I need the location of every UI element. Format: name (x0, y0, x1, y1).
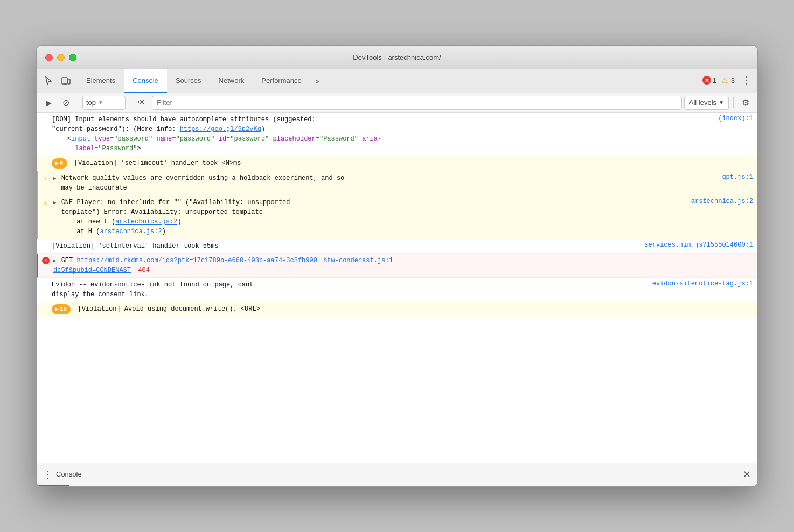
warn-triangle-icon: ⚠ (44, 174, 48, 183)
traffic-lights (45, 54, 76, 61)
warn-entry-icon: ⚠ (41, 198, 50, 207)
warn-triangle-icon: ⚠ (44, 198, 48, 207)
entry-row: Evidon -- evidon-notice-link not found o… (52, 280, 753, 299)
entry-content: ▶ CNE Player: no interlude for "" ("Avai… (53, 198, 687, 236)
bottom-title: Console (56, 470, 82, 478)
entry-text: [Violation] 'setTimeout' handler took <N… (74, 159, 241, 167)
tab-more[interactable]: » (310, 69, 325, 93)
console-entry: ▶18 [Violation] Avoid using document.wri… (37, 302, 757, 317)
entry-url[interactable]: https://mid.rkdms.com/ids?ptk=17c1789b-e… (76, 257, 317, 264)
warn-count: 3 (731, 76, 735, 85)
warn-icon: ⚠ (721, 76, 729, 85)
entry-row: ▶ GET https://mid.rkdms.com/ids?ptk=17c1… (53, 256, 753, 275)
bottom-bar: ⋮ Console ✕ (37, 463, 757, 485)
context-selector[interactable]: top ▼ (82, 96, 126, 110)
levels-button[interactable]: All levels ▼ (684, 96, 729, 110)
warn-entry-icon: ⚠ (41, 174, 50, 183)
tab-console[interactable]: Console (124, 69, 167, 93)
context-value: top (86, 99, 96, 107)
error-count: 1 (713, 76, 716, 85)
entry-row: [Violation] 'setInterval' handler took 5… (52, 241, 753, 251)
entry-source[interactable]: gpt.js:1 (722, 173, 753, 181)
entry-content: [DOM] Input elements should have autocom… (52, 115, 714, 153)
cursor-icon[interactable] (41, 73, 56, 88)
bottom-close-button[interactable]: ✕ (743, 468, 751, 480)
tab-sources[interactable]: Sources (167, 69, 210, 93)
console-content: [DOM] Input elements should have autocom… (37, 113, 757, 463)
entry-link[interactable]: arstechnica.js:2 (115, 218, 177, 226)
warn-badge: ⚠ 3 (721, 76, 735, 85)
console-entry: Evidon -- evidon-notice-link not found o… (37, 278, 757, 302)
svg-rect-1 (68, 79, 70, 84)
entry-content: ▶6 [Violation] 'setTimeout' handler took… (52, 158, 753, 169)
entry-text-get: GET (61, 257, 77, 264)
tab-bar-right: ✕ 1 ⚠ 3 ⋮ (702, 72, 753, 93)
violation-badge[interactable]: ▶6 (52, 158, 67, 169)
tab-performance[interactable]: Performance (253, 69, 310, 93)
devtools-window: DevTools - arstechnica.com/ Elements Con… (36, 45, 758, 487)
settings-button[interactable]: ⚙ (738, 95, 753, 110)
console-entry: ✕ ▶ GET https://mid.rkdms.com/ids?ptk=17… (37, 254, 757, 278)
bottom-bar-wrapper: ⋮ Console ✕ (37, 463, 757, 486)
error-icon: ✕ (702, 76, 711, 85)
entry-source[interactable]: evidon-sitenotice-tag.js:1 (652, 280, 753, 288)
error-entry-icon: ✕ (41, 256, 50, 265)
eye-button[interactable]: 👁 (135, 95, 150, 110)
entry-content: ▶18 [Violation] Avoid using document.wri… (52, 304, 753, 314)
divider-2 (130, 97, 130, 108)
console-entry: [DOM] Input elements should have autocom… (37, 113, 757, 156)
entry-source-inline[interactable]: htw-condenast.js:1 (323, 257, 393, 264)
filter-input[interactable] (152, 96, 682, 110)
execute-button[interactable]: ▶ (41, 95, 56, 110)
entry-row: ▶18 [Violation] Avoid using document.wri… (52, 304, 753, 314)
console-entry: ⚠ ▶ Network quality values are overridde… (37, 171, 757, 195)
entry-link[interactable]: arstechnica.js:2 (100, 228, 162, 235)
tab-bar: Elements Console Sources Network Perform… (37, 69, 757, 93)
entry-text: Network quality values are overridden us… (53, 174, 344, 192)
minimize-button[interactable] (57, 54, 65, 61)
devtools-icons (41, 73, 73, 93)
entry-content: Evidon -- evidon-notice-link not found o… (52, 280, 648, 299)
close-button[interactable] (45, 54, 53, 61)
divider-1 (78, 97, 78, 108)
entry-source[interactable]: services.min.js?1555014600:1 (644, 241, 753, 249)
error-badge: ✕ 1 (702, 76, 716, 85)
bottom-blue-line (37, 485, 69, 486)
violation-badge[interactable]: ▶18 (52, 304, 71, 314)
bottom-menu-icon[interactable]: ⋮ (43, 468, 52, 480)
entry-text: [Violation] 'setInterval' handler took 5… (52, 242, 219, 250)
entry-url-cont[interactable]: dc5f&pubid=CONDENAST (53, 267, 131, 274)
entry-content: ▶ Network quality values are overridden … (53, 173, 718, 193)
window-title: DevTools - arstechnica.com/ (353, 53, 441, 61)
entry-row: ▶ CNE Player: no interlude for "" ("Avai… (53, 198, 753, 236)
tab-elements[interactable]: Elements (78, 69, 124, 93)
console-entry: [Violation] 'setInterval' handler took 5… (37, 239, 757, 254)
maximize-button[interactable] (69, 54, 76, 61)
devtools-menu-icon[interactable]: ⋮ (739, 72, 753, 88)
entry-link[interactable]: https://goo.gl/9p2vKq (180, 125, 261, 133)
entry-row: ▶ Network quality values are overridden … (53, 173, 753, 193)
console-entry: ⚠ ▶ CNE Player: no interlude for "" ("Av… (37, 195, 757, 239)
title-bar: DevTools - arstechnica.com/ (37, 46, 757, 69)
entry-content: ▶ GET https://mid.rkdms.com/ids?ptk=17c1… (53, 256, 753, 275)
levels-label: All levels (689, 99, 716, 107)
levels-arrow: ▼ (719, 100, 724, 106)
entry-status: 404 (138, 267, 150, 274)
console-toolbar: ▶ ⊘ top ▼ 👁 All levels ▼ ⚙ (37, 93, 757, 113)
entry-text: CNE Player: no interlude for "" ("Availa… (61, 199, 290, 206)
entry-content: [Violation] 'setInterval' handler took 5… (52, 241, 640, 251)
entry-row: ▶6 [Violation] 'setTimeout' handler took… (52, 158, 753, 169)
entry-source[interactable]: (index):1 (718, 115, 753, 122)
dropdown-arrow: ▼ (98, 100, 103, 106)
svg-rect-0 (62, 78, 67, 84)
entry-text: [Violation] Avoid using document.write()… (78, 305, 260, 313)
device-icon[interactable] (58, 73, 73, 88)
clear-button[interactable]: ⊘ (58, 95, 73, 110)
error-circle-icon: ✕ (42, 257, 50, 264)
console-entry: ▶6 [Violation] 'setTimeout' handler took… (37, 156, 757, 171)
entry-text: Evidon -- evidon-notice-link not found o… (52, 281, 253, 298)
entry-source[interactable]: arstechnica.js:2 (691, 198, 753, 205)
tab-network[interactable]: Network (210, 69, 253, 93)
entry-row: [DOM] Input elements should have autocom… (52, 115, 753, 153)
divider-3 (733, 97, 734, 108)
